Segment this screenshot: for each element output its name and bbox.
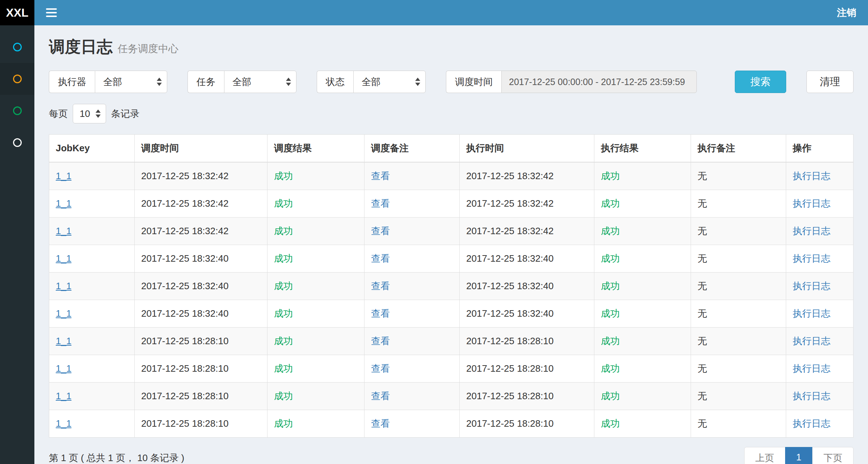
trigger-time: 2017-12-25 18:28:10 bbox=[141, 336, 228, 346]
handle-result: 成功 bbox=[601, 391, 620, 401]
handle-msg: 无 bbox=[698, 308, 707, 319]
trigger-msg-link[interactable]: 查看 bbox=[371, 308, 390, 319]
page-title: 调度日志任务调度中心 bbox=[49, 36, 854, 58]
trigger-msg-link[interactable]: 查看 bbox=[371, 170, 390, 181]
sidebar-item-1[interactable] bbox=[0, 31, 34, 63]
navbar-main: 注销 bbox=[34, 0, 868, 25]
trigger-time: 2017-12-25 18:32:40 bbox=[141, 280, 228, 291]
select-stepper-icon bbox=[96, 110, 101, 118]
jobkey-link[interactable]: 1_1 bbox=[56, 253, 71, 264]
trigger-result: 成功 bbox=[274, 198, 293, 209]
jobkey-link[interactable]: 1_1 bbox=[56, 418, 71, 429]
select-stepper-icon bbox=[157, 78, 162, 86]
jobkey-link[interactable]: 1_1 bbox=[56, 225, 71, 236]
executor-select[interactable]: 全部 bbox=[95, 71, 167, 93]
executor-filter-label: 执行器 bbox=[49, 71, 95, 93]
job-filter-label: 任务 bbox=[187, 71, 224, 93]
jobkey-link[interactable]: 1_1 bbox=[56, 391, 71, 401]
search-button[interactable]: 搜索 bbox=[735, 71, 786, 93]
hamburger-icon bbox=[46, 12, 57, 13]
trigger-msg-link[interactable]: 查看 bbox=[371, 253, 390, 264]
handle-time: 2017-12-25 18:28:10 bbox=[466, 418, 553, 429]
prev-page-button[interactable]: 上页 bbox=[744, 447, 785, 464]
sidebar-item-3[interactable] bbox=[0, 95, 34, 127]
jobkey-link[interactable]: 1_1 bbox=[56, 363, 71, 374]
jobkey-link[interactable]: 1_1 bbox=[56, 336, 71, 346]
jobkey-link[interactable]: 1_1 bbox=[56, 308, 71, 319]
app-logo[interactable]: XXL bbox=[0, 0, 34, 25]
exec-log-link[interactable]: 执行日志 bbox=[793, 308, 830, 319]
time-range-input[interactable] bbox=[501, 71, 697, 93]
handle-result: 成功 bbox=[601, 198, 620, 209]
exec-log-link[interactable]: 执行日志 bbox=[793, 253, 830, 264]
sidebar-toggle-button[interactable] bbox=[34, 8, 68, 17]
trigger-msg-link[interactable]: 查看 bbox=[371, 225, 390, 236]
trigger-result: 成功 bbox=[274, 225, 293, 236]
page-size-prefix-label: 每页 bbox=[49, 107, 68, 120]
handle-time: 2017-12-25 18:28:10 bbox=[466, 391, 553, 401]
circle-o-icon bbox=[13, 106, 22, 115]
handle-result: 成功 bbox=[601, 170, 620, 181]
exec-log-link[interactable]: 执行日志 bbox=[793, 225, 830, 236]
page-title-text: 调度日志 bbox=[49, 38, 113, 55]
clear-button[interactable]: 清理 bbox=[806, 71, 854, 93]
handle-time: 2017-12-25 18:32:40 bbox=[466, 308, 553, 319]
trigger-msg-link[interactable]: 查看 bbox=[371, 391, 390, 401]
exec-log-link[interactable]: 执行日志 bbox=[793, 198, 830, 209]
table-footer: 第 1 页 ( 总共 1 页， 10 条记录 ) 上页 1 下页 bbox=[49, 447, 854, 464]
handle-result: 成功 bbox=[601, 363, 620, 374]
executor-filter-group: 执行器 全部 bbox=[49, 71, 167, 93]
exec-log-link[interactable]: 执行日志 bbox=[793, 363, 830, 374]
job-filter-group: 任务 全部 bbox=[187, 71, 296, 93]
table-row: 1_12017-12-25 18:32:42成功查看2017-12-25 18:… bbox=[49, 190, 854, 218]
exec-log-link[interactable]: 执行日志 bbox=[793, 280, 830, 291]
handle-time: 2017-12-25 18:28:10 bbox=[466, 363, 553, 374]
hamburger-icon bbox=[46, 8, 57, 10]
table-header-row: JobKey调度时间调度结果调度备注执行时间执行结果执行备注操作 bbox=[49, 135, 854, 163]
page-subtitle: 任务调度中心 bbox=[118, 43, 178, 54]
logout-link[interactable]: 注销 bbox=[825, 6, 868, 19]
job-select[interactable]: 全部 bbox=[224, 71, 296, 93]
next-page-button[interactable]: 下页 bbox=[812, 447, 854, 464]
time-filter-label: 调度时间 bbox=[446, 71, 501, 93]
current-page-button[interactable]: 1 bbox=[785, 447, 813, 464]
column-header: 执行时间 bbox=[460, 135, 594, 163]
page-size-control: 每页 10 条记录 bbox=[49, 104, 854, 123]
trigger-result: 成功 bbox=[274, 253, 293, 264]
circle-o-icon bbox=[13, 43, 22, 51]
table-row: 1_12017-12-25 18:28:10成功查看2017-12-25 18:… bbox=[49, 355, 854, 383]
trigger-time: 2017-12-25 18:28:10 bbox=[141, 418, 228, 429]
trigger-time: 2017-12-25 18:32:42 bbox=[141, 170, 228, 181]
sidebar-item-4[interactable] bbox=[0, 127, 34, 159]
trigger-msg-link[interactable]: 查看 bbox=[371, 280, 390, 291]
table-row: 1_12017-12-25 18:32:42成功查看2017-12-25 18:… bbox=[49, 218, 854, 245]
trigger-msg-link[interactable]: 查看 bbox=[371, 198, 390, 209]
jobkey-link[interactable]: 1_1 bbox=[56, 280, 71, 291]
trigger-msg-link[interactable]: 查看 bbox=[371, 418, 390, 429]
jobkey-link[interactable]: 1_1 bbox=[56, 170, 71, 181]
sidebar-item-2[interactable] bbox=[0, 63, 34, 95]
jobkey-link[interactable]: 1_1 bbox=[56, 198, 71, 209]
exec-log-link[interactable]: 执行日志 bbox=[793, 336, 830, 346]
trigger-time: 2017-12-25 18:28:10 bbox=[141, 391, 228, 401]
handle-msg: 无 bbox=[698, 253, 707, 264]
trigger-msg-link[interactable]: 查看 bbox=[371, 363, 390, 374]
page-size-select[interactable]: 10 bbox=[73, 104, 106, 123]
trigger-result: 成功 bbox=[274, 280, 293, 291]
trigger-result: 成功 bbox=[274, 363, 293, 374]
executor-select-value: 全部 bbox=[103, 76, 122, 88]
exec-log-link[interactable]: 执行日志 bbox=[793, 418, 830, 429]
pagination: 上页 1 下页 bbox=[744, 447, 854, 464]
handle-result: 成功 bbox=[601, 225, 620, 236]
trigger-result: 成功 bbox=[274, 336, 293, 346]
exec-log-link[interactable]: 执行日志 bbox=[793, 391, 830, 401]
table-row: 1_12017-12-25 18:32:40成功查看2017-12-25 18:… bbox=[49, 245, 854, 273]
exec-log-link[interactable]: 执行日志 bbox=[793, 170, 830, 181]
handle-time: 2017-12-25 18:32:40 bbox=[466, 280, 553, 291]
pagination-summary: 第 1 页 ( 总共 1 页， 10 条记录 ) bbox=[49, 452, 184, 464]
status-select[interactable]: 全部 bbox=[353, 71, 426, 93]
page-wrapper: 调度日志任务调度中心 执行器 全部 任务 全部 bbox=[0, 25, 868, 464]
page-size-select-value: 10 bbox=[80, 108, 90, 119]
handle-time: 2017-12-25 18:32:42 bbox=[466, 225, 553, 236]
trigger-msg-link[interactable]: 查看 bbox=[371, 336, 390, 346]
